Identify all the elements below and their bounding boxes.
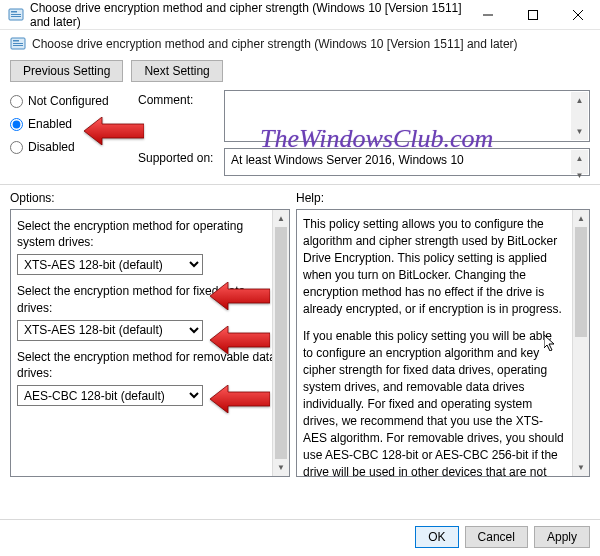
help-label: Help: xyxy=(296,189,590,209)
help-text: This policy setting allows you to config… xyxy=(303,216,583,477)
svg-rect-1 xyxy=(11,11,17,13)
svg-rect-2 xyxy=(11,14,21,15)
comment-label: Comment: xyxy=(138,90,218,107)
minimize-button[interactable] xyxy=(465,0,510,30)
next-setting-button[interactable]: Next Setting xyxy=(131,60,222,82)
option-os-select[interactable]: XTS-AES 128-bit (default) xyxy=(17,254,203,275)
radio-label: Disabled xyxy=(28,140,75,154)
maximize-button[interactable] xyxy=(510,0,555,30)
titlebar: Choose drive encryption method and ciphe… xyxy=(0,0,600,30)
state-radio-group: Not Configured Enabled Disabled xyxy=(10,90,130,154)
help-paragraph: This policy setting allows you to config… xyxy=(303,216,565,318)
svg-rect-5 xyxy=(528,10,537,19)
option-removable-label: Select the encryption method for removab… xyxy=(17,349,283,381)
help-pane: This policy setting allows you to config… xyxy=(296,209,590,477)
help-scrollbar[interactable]: ▲ ▼ xyxy=(572,210,589,476)
cancel-button[interactable]: Cancel xyxy=(465,526,528,548)
svg-rect-10 xyxy=(13,43,23,44)
comment-scrollbar[interactable]: ▲▼ xyxy=(571,92,588,140)
svg-rect-3 xyxy=(11,16,21,17)
options-scrollbar[interactable]: ▲ ▼ xyxy=(272,210,289,476)
radio-enabled[interactable]: Enabled xyxy=(10,117,130,131)
option-removable-select[interactable]: AES-CBC 128-bit (default) xyxy=(17,385,203,406)
supported-scrollbar[interactable]: ▲▼ xyxy=(571,150,588,174)
svg-rect-11 xyxy=(13,45,23,46)
help-paragraph: If you enable this policy setting you wi… xyxy=(303,328,565,477)
subheader-text: Choose drive encryption method and ciphe… xyxy=(32,37,518,51)
dialog-footer: OK Cancel Apply xyxy=(0,519,600,556)
supported-on-value: At least Windows Server 2016, Windows 10… xyxy=(224,148,590,176)
comment-input[interactable]: ▲▼ xyxy=(224,90,590,142)
radio-label: Not Configured xyxy=(28,94,109,108)
policy-icon xyxy=(8,7,24,23)
radio-not-configured-input[interactable] xyxy=(10,95,23,108)
window-controls xyxy=(465,0,600,30)
radio-not-configured[interactable]: Not Configured xyxy=(10,94,130,108)
radio-enabled-input[interactable] xyxy=(10,118,23,131)
previous-setting-button[interactable]: Previous Setting xyxy=(10,60,123,82)
divider xyxy=(0,184,600,185)
subheader: Choose drive encryption method and ciphe… xyxy=(10,36,590,52)
radio-disabled-input[interactable] xyxy=(10,141,23,154)
window-title: Choose drive encryption method and ciphe… xyxy=(30,1,465,29)
close-button[interactable] xyxy=(555,0,600,30)
policy-icon xyxy=(10,36,26,52)
options-pane: Select the encryption method for operati… xyxy=(10,209,290,477)
svg-rect-9 xyxy=(13,40,19,42)
supported-on-text: At least Windows Server 2016, Windows 10 xyxy=(231,153,464,167)
supported-on-label: Supported on: xyxy=(138,148,218,165)
apply-button[interactable]: Apply xyxy=(534,526,590,548)
option-fixed-label: Select the encryption method for fixed d… xyxy=(17,283,283,315)
option-os-label: Select the encryption method for operati… xyxy=(17,218,283,250)
radio-disabled[interactable]: Disabled xyxy=(10,140,130,154)
option-fixed-select[interactable]: XTS-AES 128-bit (default) xyxy=(17,320,203,341)
options-label: Options: xyxy=(10,189,296,209)
ok-button[interactable]: OK xyxy=(415,526,458,548)
radio-label: Enabled xyxy=(28,117,72,131)
